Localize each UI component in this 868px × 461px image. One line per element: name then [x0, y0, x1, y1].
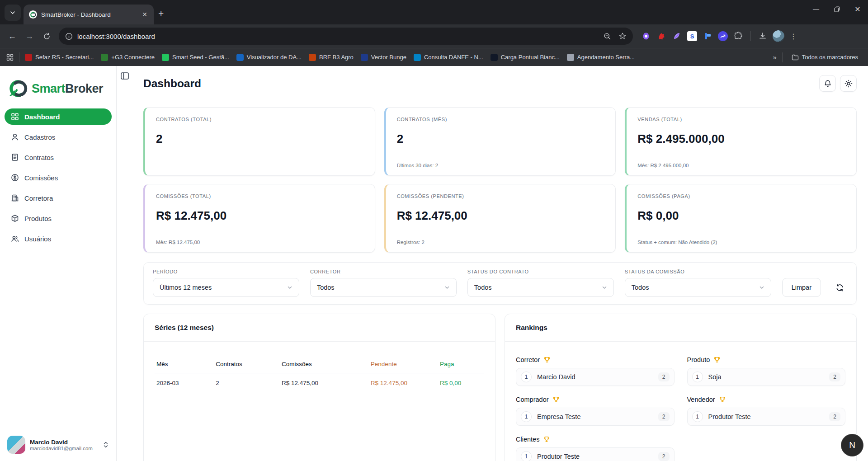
all-bookmarks-button[interactable]: Todos os marcadores: [788, 52, 862, 63]
tab-search-button[interactable]: [5, 5, 21, 21]
back-icon[interactable]: ←: [5, 28, 20, 44]
user-menu[interactable]: Marcio David marciodavid81@gmail.com: [0, 429, 116, 461]
periodo-select[interactable]: Últimos 12 meses: [153, 278, 299, 297]
smartbroker-favicon-icon: [29, 10, 37, 19]
sidebar-item-cadastros[interactable]: Cadastros: [5, 129, 112, 145]
kpi-label: COMISSÕES (PENDENTE): [397, 193, 605, 199]
rank-count-badge: 2: [658, 372, 670, 381]
red-extension-icon[interactable]: [656, 31, 666, 41]
people-icon: [11, 235, 19, 243]
bookmark-item[interactable]: Visualizador de DA...: [233, 52, 305, 63]
rank-count-badge: 2: [829, 412, 840, 421]
kpi-label: VENDAS (TOTAL): [637, 117, 845, 122]
kpi-card-comissoes-total: COMISSÕES (TOTAL) R$ 12.475,00 Mês: R$ 1…: [143, 184, 375, 253]
kpi-card-contratos-total: CONTRATOS (TOTAL) 2: [143, 107, 375, 176]
sidebar-item-usuarios[interactable]: Usuários: [5, 230, 112, 247]
trophy-icon: [552, 396, 560, 403]
feather-extension-icon[interactable]: [672, 31, 682, 41]
browser-toolbar: ← → localhost:3000/dashboard S: [0, 24, 868, 48]
trophy-icon: [543, 436, 550, 443]
rank-name: Produtor Teste: [708, 413, 751, 420]
new-tab-button[interactable]: +: [158, 8, 164, 19]
clear-filters-button[interactable]: Limpar: [782, 278, 821, 297]
sidebar-item-contratos[interactable]: Contratos: [5, 149, 112, 165]
bookmark-item[interactable]: Consulta DANFE - N...: [410, 52, 487, 63]
bookmark-item[interactable]: Smart Seed - Gestã...: [158, 52, 233, 63]
kpi-value: R$ 0,00: [637, 209, 845, 223]
status-contrato-select[interactable]: Todos: [467, 278, 614, 297]
kpi-label: CONTRATOS (TOTAL): [156, 117, 364, 122]
cell-contratos: 2: [214, 373, 280, 393]
ranking-group-clientes: Clientes 1 Produtor Teste 2: [516, 436, 675, 461]
gear-extension-icon[interactable]: [641, 31, 651, 41]
sidebar-item-label: Dashboard: [24, 113, 60, 121]
toolbar-divider: [750, 31, 751, 41]
refresh-button[interactable]: [832, 278, 847, 297]
sidebar-item-corretora[interactable]: Corretora: [5, 190, 112, 206]
bookmark-favicon: [309, 54, 316, 61]
downloads-icon[interactable]: [758, 32, 767, 41]
user-email: marciodavid81@gmail.com: [30, 446, 93, 451]
minimize-button[interactable]: —: [806, 0, 826, 18]
bookmark-label: Consulta DANFE - N...: [424, 54, 483, 61]
flag-extension-icon[interactable]: [703, 31, 712, 41]
s-extension-icon[interactable]: S: [687, 31, 697, 41]
kpi-value: 2: [156, 132, 364, 146]
filter-status-comissao: STATUS DA COMISSÃO Todos: [625, 269, 771, 297]
chart-extension-icon[interactable]: [718, 31, 728, 41]
person-icon: [11, 133, 19, 141]
bookmark-item[interactable]: Sefaz RS - Secretari...: [21, 52, 97, 63]
site-info-icon[interactable]: [65, 33, 73, 40]
bookmark-item[interactable]: Agendamento Serra...: [563, 52, 638, 63]
bookmark-star-icon[interactable]: [618, 32, 627, 40]
chevron-down-icon: [287, 285, 292, 290]
reload-icon[interactable]: [39, 28, 54, 44]
sidebar-nav: Dashboard Cadastros Contratos Comissões …: [0, 108, 116, 247]
close-window-button[interactable]: ✕: [847, 0, 868, 18]
ranking-item: 1 Produtor Teste 2: [516, 447, 675, 461]
kpi-subtext: Registros: 2: [397, 240, 605, 245]
nextjs-dev-badge[interactable]: N: [841, 434, 863, 456]
kpi-grid: CONTRATOS (TOTAL) 2 CONTRATOS (MÊS) 2 Úl…: [143, 107, 857, 253]
browser-menu-icon[interactable]: ⋮: [790, 32, 797, 41]
col-contratos: Contratos: [214, 356, 280, 373]
bookmark-item[interactable]: BRF B3 Agro: [305, 52, 357, 63]
sidebar-item-comissoes[interactable]: Comissões: [5, 169, 112, 186]
extensions-puzzle-icon[interactable]: [733, 31, 743, 41]
filter-periodo: PERÍODO Últimos 12 meses: [153, 269, 299, 297]
bookmark-item[interactable]: Carga Pontual Bianc...: [487, 52, 563, 63]
browser-tabstrip: SmartBroker - Dashboard ✕ + — ✕: [0, 0, 868, 24]
forward-icon[interactable]: →: [22, 28, 37, 44]
bookmarks-overflow-icon[interactable]: »: [773, 53, 776, 61]
sidebar-toggle-icon[interactable]: [120, 71, 129, 80]
select-value: Últimos 12 meses: [160, 284, 212, 291]
status-comissao-select[interactable]: Todos: [625, 278, 771, 297]
bookmark-item[interactable]: +G3 Connectere: [97, 52, 158, 63]
address-bar[interactable]: localhost:3000/dashboard: [59, 28, 633, 45]
sidebar-item-dashboard[interactable]: Dashboard: [5, 108, 112, 125]
restore-button[interactable]: [826, 0, 847, 18]
bookmark-item[interactable]: Vector Bunge: [357, 52, 410, 63]
sidebar-item-produtos[interactable]: Produtos: [5, 210, 112, 226]
bookmarks-divider: [19, 52, 19, 62]
chevron-down-icon: [759, 285, 764, 290]
trophy-icon: [719, 396, 726, 403]
col-pendente: Pendente: [369, 356, 438, 373]
filter-label: STATUS DA COMISSÃO: [625, 269, 771, 274]
filter-corretor: CORRETOR Todos: [310, 269, 457, 297]
box-icon: [11, 214, 19, 222]
browser-profile-avatar[interactable]: [773, 30, 784, 42]
notifications-button[interactable]: [819, 75, 836, 92]
theme-toggle-button[interactable]: [840, 75, 857, 92]
rank-number: 1: [521, 411, 532, 422]
refresh-icon: [835, 283, 844, 292]
tab-close-icon[interactable]: ✕: [140, 10, 149, 19]
corretor-select[interactable]: Todos: [310, 278, 457, 297]
browser-tab[interactable]: SmartBroker - Dashboard ✕: [24, 5, 154, 24]
zoom-icon[interactable]: [604, 33, 611, 40]
folder-icon: [792, 54, 799, 61]
sidebar-item-label: Usuários: [24, 235, 51, 243]
bookmark-favicon: [101, 54, 108, 61]
apps-grid-icon[interactable]: [6, 54, 14, 61]
filter-label: STATUS DO CONTRATO: [467, 269, 614, 274]
